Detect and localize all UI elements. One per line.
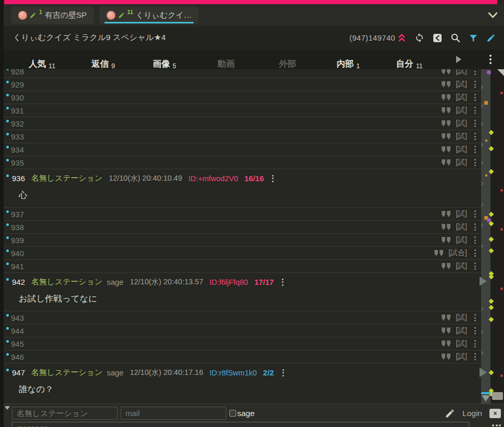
post-row-collapsed[interactable]: 935[試] (4, 156, 481, 169)
filter-tab-人気[interactable]: 人気11 (12, 49, 73, 69)
dot (272, 175, 274, 177)
filter-tab-返信[interactable]: 返信9 (73, 49, 135, 69)
dot (474, 253, 476, 254)
row-menu-icon[interactable] (472, 133, 478, 140)
window-tab-title: くりぃむクイ… (136, 10, 191, 20)
unread-dot-icon (6, 146, 9, 148)
dot (282, 279, 283, 280)
post-author: 名無しステーション (31, 173, 102, 183)
row-menu-icon[interactable] (472, 81, 478, 88)
row-menu-icon[interactable] (472, 236, 478, 244)
minimap-bump (481, 202, 484, 207)
mail-input[interactable] (121, 407, 226, 420)
filter-tab-内部[interactable]: 内部1 (318, 49, 380, 69)
post-row-collapsed[interactable]: 940[試合] (4, 247, 481, 260)
row-menu-icon[interactable] (472, 159, 478, 166)
post-row-collapsed[interactable]: 946[試] (4, 350, 481, 363)
row-menu-icon[interactable] (472, 210, 478, 218)
minimap-bump (481, 121, 484, 127)
write-brush-icon[interactable] (445, 408, 455, 419)
orange-sm-marker (485, 174, 487, 177)
next-arrow-icon[interactable] (441, 56, 477, 63)
pencil-icon (30, 11, 36, 20)
minimap-bump (481, 306, 484, 311)
more-options-icon[interactable] (492, 424, 501, 426)
minimap-thumb[interactable] (481, 392, 490, 394)
sage-checkbox[interactable]: sage (229, 409, 255, 418)
row-menu-icon[interactable] (472, 146, 478, 153)
post-row-collapsed[interactable]: 931[試] (4, 104, 481, 117)
dot (474, 346, 476, 347)
message-input[interactable] (12, 422, 469, 427)
post-row-collapsed[interactable]: 933[試] (4, 130, 481, 143)
dot (474, 314, 476, 316)
login-button[interactable]: Login (462, 409, 482, 418)
post-row-collapsed[interactable]: 928[試] (4, 69, 481, 78)
unread-dot-icon (6, 174, 9, 177)
window-tab-2[interactable]: 11くりぃむクイ… (99, 7, 199, 24)
post-row-collapsed[interactable]: 944[試] (4, 324, 481, 337)
row-menu-icon[interactable] (472, 340, 478, 347)
collapse-compose-icon[interactable] (5, 406, 10, 410)
window-tab-1[interactable]: 1有吉の壁SP (11, 7, 94, 24)
overflow-menu-icon[interactable] (477, 55, 504, 64)
row-menu-icon[interactable] (472, 69, 478, 75)
post-menu-icon[interactable] (270, 175, 276, 182)
post-id-count: 17/17 (254, 278, 274, 286)
post-row-collapsed[interactable]: 934[試] (4, 143, 481, 156)
chevron-down-icon[interactable] (488, 11, 498, 19)
purple-marker (487, 70, 491, 74)
row-menu-icon[interactable] (472, 353, 478, 360)
ng-tag: [試] (456, 158, 467, 167)
filter-tab-動画: 動画 (196, 49, 257, 69)
post-menu-icon[interactable] (280, 279, 286, 286)
post-row-collapsed[interactable]: 932[試] (4, 117, 481, 130)
post-row-collapsed[interactable]: 943[試] (4, 311, 481, 324)
post-number: 947 (12, 368, 25, 377)
row-menu-icon[interactable] (472, 327, 478, 334)
refresh-icon[interactable] (415, 33, 424, 43)
row-menu-icon[interactable] (472, 120, 478, 127)
post-row-collapsed[interactable]: 941[試] (4, 260, 481, 273)
row-menu-icon[interactable] (472, 223, 478, 231)
scroll-button[interactable] (492, 392, 503, 400)
filter-icon[interactable] (469, 33, 478, 43)
dot (474, 136, 476, 137)
dot (282, 281, 283, 283)
post-row-collapsed[interactable]: 939[試] (4, 234, 481, 247)
double-chevron-up-icon[interactable] (397, 33, 406, 43)
post-row-collapsed[interactable]: 938[試] (4, 221, 481, 234)
ng-tag: [試] (456, 132, 467, 141)
thread-title-bar: くりぃむクイズ ミラクル9 スペシャル★4 (947)149740 (4, 26, 504, 49)
post-row-collapsed[interactable]: 937[試] (4, 208, 481, 221)
row-menu-icon[interactable] (472, 249, 478, 257)
filter-tab-外部: 外部 (257, 49, 318, 69)
close-compose-button[interactable]: × (489, 409, 501, 418)
filter-tab-画像[interactable]: 画像5 (134, 49, 196, 69)
row-menu-icon[interactable] (472, 314, 478, 321)
post-row-collapsed[interactable]: 930[試] (4, 91, 481, 104)
search-icon[interactable] (450, 33, 460, 43)
post-row-full[interactable]: 947名無しステーションsage12/10(水) 20:40:17.16ID:r… (4, 363, 481, 404)
row-menu-icon[interactable] (472, 107, 478, 114)
filter-tab-label: 画像 (153, 59, 170, 69)
compose-pencil-icon[interactable] (486, 33, 496, 43)
minimap-bump (481, 330, 484, 335)
tab-edit-count: 11 (127, 9, 134, 15)
post-menu-icon[interactable] (280, 369, 286, 376)
top-accent-bar (4, 0, 497, 4)
filter-tab-自分[interactable]: 自分11 (379, 49, 441, 69)
post-row-full[interactable]: 942名無しステーションsage12/10(水) 20:40:13.57ID:f… (4, 273, 481, 311)
quote-marks-icon (442, 120, 450, 127)
share-icon[interactable] (433, 33, 442, 43)
name-input[interactable] (12, 407, 118, 420)
post-row-full[interactable]: 936名無しステーション12/10(水) 20:40:10.49ID:+mfwo… (4, 169, 481, 208)
sage-checkbox-box[interactable] (229, 410, 236, 417)
unread-dot-icon (6, 69, 9, 70)
post-row-collapsed[interactable]: 929[試] (4, 78, 481, 91)
post-list: 928[試]929[試]930[試]931[試]932[試]933[試]934[… (4, 69, 481, 404)
row-menu-icon[interactable] (472, 94, 478, 101)
post-body: お試し作戦ってなに (6, 287, 478, 305)
row-menu-icon[interactable] (472, 262, 478, 270)
post-row-collapsed[interactable]: 945[試] (4, 337, 481, 350)
